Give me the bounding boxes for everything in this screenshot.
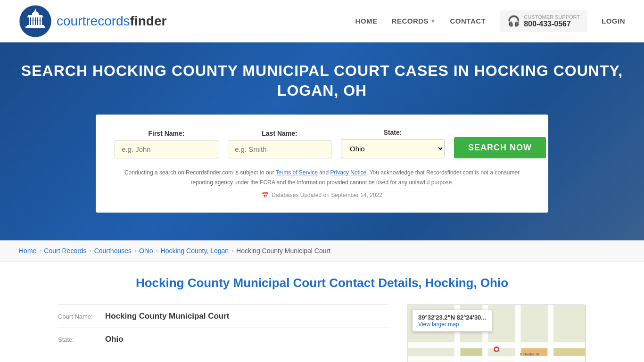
svg-rect-10 xyxy=(38,17,40,25)
svg-rect-2 xyxy=(33,12,38,14)
support-phone: 800-433-0567 xyxy=(524,20,580,28)
last-name-group: Last Name: xyxy=(228,130,331,158)
nav-login[interactable]: LOGIN xyxy=(602,17,625,25)
calendar-icon: 📅 xyxy=(262,192,269,198)
breadcrumb-sep-3: › xyxy=(134,247,136,254)
nav-records[interactable]: RECORDS ▼ xyxy=(392,17,436,25)
terms-link[interactable]: Terms of Service xyxy=(276,169,318,176)
svg-rect-12 xyxy=(27,25,44,26)
breadcrumb: Home › Court Records › Courthouses › Ohi… xyxy=(0,240,644,262)
svg-rect-24 xyxy=(461,348,482,356)
details-column: Court Name: Hocking County Municipal Cou… xyxy=(58,304,388,362)
content-columns: Court Name: Hocking County Municipal Cou… xyxy=(58,304,586,362)
svg-rect-23 xyxy=(548,305,553,362)
court-name-row: Court Name: Hocking County Municipal Cou… xyxy=(58,304,388,328)
state-value-detail: Ohio xyxy=(105,335,124,344)
nav-contact[interactable]: CONTACT xyxy=(450,17,486,25)
svg-point-34 xyxy=(495,348,498,351)
svg-rect-7 xyxy=(31,17,33,25)
map-tooltip: 39°32'23.2"N 82°24'30... View larger map xyxy=(412,310,492,332)
svg-rect-9 xyxy=(36,17,37,25)
breadcrumb-home[interactable]: Home xyxy=(19,247,36,255)
breadcrumb-sep-1: › xyxy=(39,247,41,254)
breadcrumb-hocking-county[interactable]: Hocking County, Logan xyxy=(161,247,229,255)
disclaimer-text: Conducting a search on Recordsfinder.com… xyxy=(115,168,529,187)
support-label: CUSTOMER SUPPORT xyxy=(524,14,580,20)
main-content: Hocking County Municipal Court Contact D… xyxy=(39,262,605,362)
logo-wordmark: courtrecordsfinder xyxy=(57,14,166,29)
svg-rect-4 xyxy=(28,15,42,16)
svg-rect-6 xyxy=(29,17,30,25)
svg-rect-28 xyxy=(554,348,585,356)
court-name-value: Hocking County Municipal Court xyxy=(105,312,230,321)
breadcrumb-sep-4: › xyxy=(156,247,158,254)
first-name-label: First Name: xyxy=(115,130,218,137)
headset-icon: 🎧 xyxy=(507,15,520,27)
hero-section: SEARCH HOCKING COUNTY MUNICIPAL COURT CA… xyxy=(0,42,644,240)
breadcrumb-sep-2: › xyxy=(90,247,91,254)
nav-home[interactable]: HOME xyxy=(355,17,378,25)
state-select[interactable]: Ohio Alabama Alaska Arizona California C… xyxy=(341,139,445,158)
privacy-link[interactable]: Privacy Notice xyxy=(330,169,367,176)
first-name-group: First Name: xyxy=(115,130,218,158)
breadcrumb-court-records[interactable]: Court Records xyxy=(44,247,86,255)
breadcrumb-courthouses[interactable]: Courthouses xyxy=(94,247,132,255)
svg-text:E Hunter St: E Hunter St xyxy=(520,352,540,356)
logo[interactable]: courtrecordsfinder xyxy=(19,5,166,38)
search-form: First Name: Last Name: State: Ohio Alaba… xyxy=(115,129,529,158)
state-row: State: Ohio xyxy=(58,328,388,351)
logo-icon xyxy=(19,5,52,38)
map-view-larger[interactable]: View larger map xyxy=(418,321,459,328)
map-container: E Hunter St M Family Diner Maya Burrito … xyxy=(407,304,586,362)
search-button[interactable]: SEARCH NOW xyxy=(454,137,546,158)
breadcrumb-current: Hocking County Municipal Court xyxy=(236,247,330,255)
map-column: E Hunter St M Family Diner Maya Burrito … xyxy=(407,304,586,362)
customer-support: 🎧 CUSTOMER SUPPORT 800-433-0567 xyxy=(500,10,587,32)
breadcrumb-sep-5: › xyxy=(231,247,233,254)
hero-title: SEARCH HOCKING COUNTY MUNICIPAL COURT CA… xyxy=(9,61,635,100)
svg-rect-13 xyxy=(25,26,45,28)
map-coords: 39°32'23.2"N 82°24'30... xyxy=(418,314,486,321)
court-name-label: Court Name: xyxy=(58,313,100,320)
last-name-label: Last Name: xyxy=(228,130,331,137)
state-group: State: Ohio Alabama Alaska Arizona Calif… xyxy=(341,129,445,158)
svg-rect-8 xyxy=(33,17,35,25)
chevron-down-icon: ▼ xyxy=(430,18,436,24)
last-name-input[interactable] xyxy=(228,140,331,158)
db-updated: 📅 Databases Updated on September 14, 202… xyxy=(115,192,529,198)
svg-rect-11 xyxy=(41,17,42,25)
site-header: courtrecordsfinder HOME RECORDS ▼ CONTAC… xyxy=(0,0,644,42)
section-title: Hocking County Municipal Court Contact D… xyxy=(58,276,586,290)
state-label: State: xyxy=(341,129,445,136)
svg-rect-17 xyxy=(408,356,585,362)
search-card: First Name: Last Name: State: Ohio Alaba… xyxy=(96,115,548,213)
svg-rect-5 xyxy=(27,16,43,17)
state-label-detail: State: xyxy=(58,336,100,343)
breadcrumb-ohio[interactable]: Ohio xyxy=(139,247,153,255)
first-name-input[interactable] xyxy=(115,140,218,158)
main-nav: HOME RECORDS ▼ CONTACT 🎧 CUSTOMER SUPPOR… xyxy=(355,10,625,32)
